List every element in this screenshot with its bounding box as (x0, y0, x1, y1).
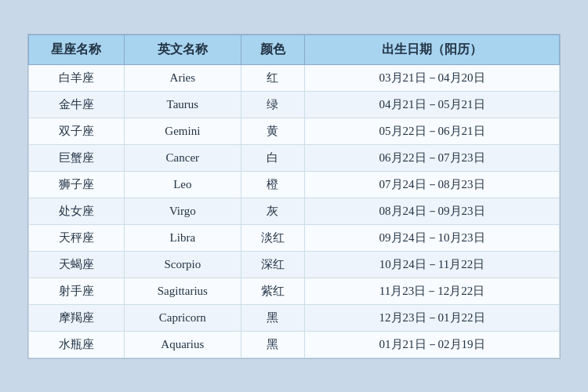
zodiac-table-container: 星座名称 英文名称 颜色 出生日期（阳历） 白羊座Aries红03月21日－04… (27, 34, 561, 359)
cell-color: 红 (241, 64, 304, 91)
table-row: 射手座Sagittarius紫红11月23日－12月22日 (29, 278, 560, 304)
cell-color: 白 (241, 144, 304, 171)
table-row: 处女座Virgo灰08月24日－09月23日 (29, 198, 560, 224)
cell-color: 灰 (241, 198, 304, 224)
cell-color: 橙 (241, 171, 304, 198)
cell-date: 04月21日－05月21日 (305, 91, 560, 118)
cell-date: 10月24日－11月22日 (305, 251, 560, 278)
cell-english: Capricorn (124, 304, 241, 331)
cell-color: 绿 (241, 91, 304, 118)
table-row: 水瓶座Aquarius黑01月21日－02月19日 (29, 331, 560, 358)
table-row: 天秤座Libra淡红09月24日－10月23日 (29, 224, 560, 251)
cell-chinese: 白羊座 (29, 64, 125, 91)
cell-chinese: 处女座 (29, 198, 125, 224)
cell-english: Sagittarius (124, 278, 241, 304)
cell-date: 07月24日－08月23日 (305, 171, 560, 198)
table-row: 狮子座Leo橙07月24日－08月23日 (29, 171, 560, 198)
header-english: 英文名称 (124, 34, 241, 64)
cell-chinese: 摩羯座 (29, 304, 125, 331)
cell-english: Scorpio (124, 251, 241, 278)
table-row: 金牛座Taurus绿04月21日－05月21日 (29, 91, 560, 118)
cell-date: 03月21日－04月20日 (305, 64, 560, 91)
cell-chinese: 金牛座 (29, 91, 125, 118)
cell-date: 08月24日－09月23日 (305, 198, 560, 224)
cell-english: Gemini (124, 118, 241, 144)
cell-date: 09月24日－10月23日 (305, 224, 560, 251)
cell-english: Libra (124, 224, 241, 251)
table-row: 双子座Gemini黄05月22日－06月21日 (29, 118, 560, 144)
cell-color: 黑 (241, 304, 304, 331)
table-body: 白羊座Aries红03月21日－04月20日金牛座Taurus绿04月21日－0… (29, 64, 560, 358)
cell-date: 12月23日－01月22日 (305, 304, 560, 331)
table-row: 巨蟹座Cancer白06月22日－07月23日 (29, 144, 560, 171)
cell-color: 深红 (241, 251, 304, 278)
table-row: 天蝎座Scorpio深红10月24日－11月22日 (29, 251, 560, 278)
cell-chinese: 水瓶座 (29, 331, 125, 358)
cell-chinese: 天蝎座 (29, 251, 125, 278)
cell-date: 06月22日－07月23日 (305, 144, 560, 171)
table-row: 摩羯座Capricorn黑12月23日－01月22日 (29, 304, 560, 331)
cell-date: 05月22日－06月21日 (305, 118, 560, 144)
table-header-row: 星座名称 英文名称 颜色 出生日期（阳历） (29, 34, 560, 64)
cell-english: Taurus (124, 91, 241, 118)
cell-date: 01月21日－02月19日 (305, 331, 560, 358)
cell-color: 紫红 (241, 278, 304, 304)
cell-chinese: 双子座 (29, 118, 125, 144)
header-chinese: 星座名称 (29, 34, 125, 64)
header-color: 颜色 (241, 34, 304, 64)
header-date: 出生日期（阳历） (305, 34, 560, 64)
cell-english: Aries (124, 64, 241, 91)
cell-color: 黄 (241, 118, 304, 144)
cell-chinese: 天秤座 (29, 224, 125, 251)
cell-english: Leo (124, 171, 241, 198)
cell-chinese: 射手座 (29, 278, 125, 304)
cell-chinese: 巨蟹座 (29, 144, 125, 171)
cell-english: Aquarius (124, 331, 241, 358)
cell-chinese: 狮子座 (29, 171, 125, 198)
zodiac-table: 星座名称 英文名称 颜色 出生日期（阳历） 白羊座Aries红03月21日－04… (28, 34, 560, 358)
cell-color: 淡红 (241, 224, 304, 251)
cell-english: Cancer (124, 144, 241, 171)
cell-date: 11月23日－12月22日 (305, 278, 560, 304)
cell-color: 黑 (241, 331, 304, 358)
table-row: 白羊座Aries红03月21日－04月20日 (29, 64, 560, 91)
cell-english: Virgo (124, 198, 241, 224)
